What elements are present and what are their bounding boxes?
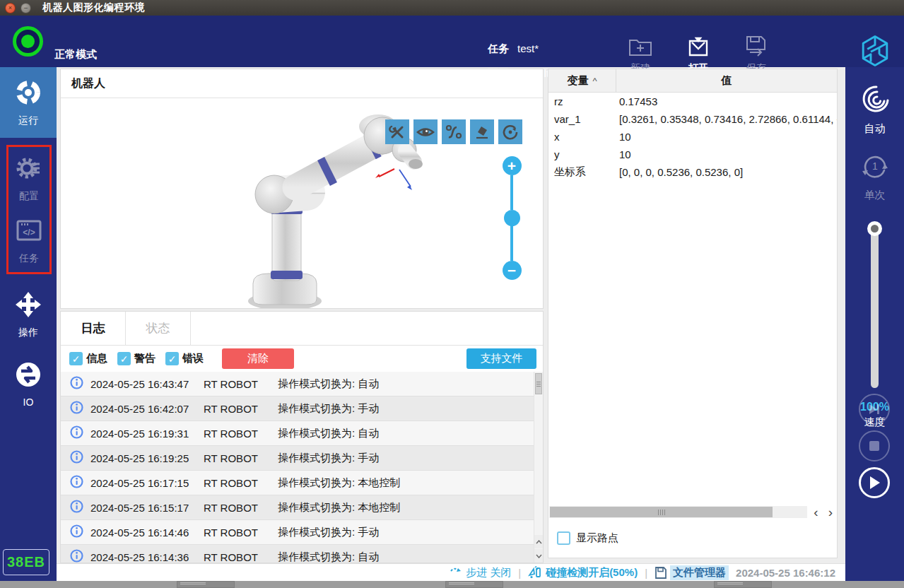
zoom-in-button[interactable]: +: [503, 156, 522, 175]
hscrollbar-thumb[interactable]: [550, 507, 773, 517]
path-icon: [445, 124, 462, 141]
log-row[interactable]: 2024-05-25 16:19:31 RT ROBOT 操作模式切换为: 自动: [61, 421, 543, 446]
zoom-slider-handle[interactable]: [504, 210, 520, 226]
log-row[interactable]: 2024-05-25 16:42:07 RT ROBOT 操作模式切换为: 手动: [61, 396, 543, 421]
taskbar-tile: [445, 581, 503, 588]
slider-handle[interactable]: [867, 221, 882, 236]
column-value[interactable]: 值: [616, 69, 837, 92]
log-source: RT ROBOT: [204, 502, 278, 514]
variable-row[interactable]: y 10: [548, 146, 837, 163]
os-titlebar: × – 机器人图形化编程环境: [0, 0, 904, 16]
variable-row[interactable]: var_1 [0.3261, 0.35348, 0.73416, 2.72866…: [548, 110, 837, 128]
scroll-right-icon[interactable]: ›: [828, 505, 833, 519]
collision-detect-toggle[interactable]: 碰撞检测开启(50%): [528, 566, 638, 580]
log-source: RT ROBOT: [204, 527, 278, 539]
speed-slider[interactable]: [867, 221, 882, 391]
variable-name: 坐标系: [548, 165, 616, 179]
variables-header: 变量 ^ 值: [548, 69, 837, 93]
info-icon: [70, 475, 83, 490]
variable-row[interactable]: 坐标系 [0, 0, 0, 0.5236, 0.5236, 0]: [548, 163, 837, 181]
log-time: 2024-05-25 16:14:46: [90, 527, 204, 539]
zoom-control: + −: [502, 156, 522, 280]
task-value: test*: [517, 36, 539, 61]
app-header: 正常模式 任务 test* 配置 default 新建 打开: [0, 16, 904, 67]
clear-button[interactable]: 清除: [222, 348, 294, 369]
checkbox-checked-icon: ✓: [165, 352, 179, 365]
support-file-button[interactable]: 支持文件: [466, 348, 536, 369]
file-manager-button[interactable]: 文件管理器: [654, 565, 729, 580]
log-message: 操作模式切换为: 自动: [278, 377, 379, 391]
stop-button[interactable]: [859, 430, 890, 461]
log-scrollbar[interactable]: [534, 372, 543, 563]
play-icon: [868, 476, 881, 490]
tools-button[interactable]: [385, 119, 409, 144]
eraser-icon: [474, 124, 491, 141]
log-time: 2024-05-25 16:19:25: [90, 452, 204, 464]
column-variable[interactable]: 变量 ^: [548, 69, 616, 92]
sidebar-item-task[interactable]: </> 任务: [1, 216, 57, 265]
log-row[interactable]: 2024-05-25 16:19:25 RT ROBOT 操作模式切换为: 手动: [61, 446, 543, 471]
slider-track[interactable]: [871, 227, 879, 388]
skip-icon: [867, 403, 881, 416]
variable-value: 10: [616, 131, 837, 143]
close-icon[interactable]: ×: [5, 3, 16, 13]
play-button[interactable]: [859, 467, 890, 498]
status-bar: 步进 关闭 | 碰撞检测开启(50%) | 文件管理器 2024-05-25 1…: [57, 563, 845, 581]
show-waypoints-checkbox[interactable]: 显示路点: [557, 531, 618, 545]
mode-indicator-icon: [13, 26, 43, 57]
zoom-out-button[interactable]: −: [503, 261, 522, 280]
horizontal-scrollbar[interactable]: [549, 506, 807, 518]
stop-icon: [869, 440, 880, 452]
info-icon: [70, 425, 83, 441]
variable-value: [0, 0, 0, 0.5236, 0.5236, 0]: [616, 166, 837, 178]
eraser-button[interactable]: [470, 119, 494, 144]
single-run-button[interactable]: 1 单次: [845, 151, 904, 202]
log-row[interactable]: 2024-05-25 16:15:17 RT ROBOT 操作模式切换为: 本地…: [61, 495, 543, 520]
scroll-up-icon[interactable]: [534, 535, 543, 548]
log-source: RT ROBOT: [204, 452, 278, 464]
tab-log[interactable]: 日志: [61, 312, 126, 345]
variable-row[interactable]: x 10: [548, 128, 837, 146]
separator: |: [645, 567, 647, 579]
path-button[interactable]: [442, 119, 466, 144]
step-forward-button[interactable]: [859, 394, 890, 425]
log-row[interactable]: 2024-05-25 16:14:46 RT ROBOT 操作模式切换为: 手动: [61, 520, 543, 545]
right-sidebar: 自动 1 单次 100% 速度: [845, 67, 904, 581]
auto-mode-button[interactable]: 自动: [845, 83, 904, 136]
window-title: 机器人图形化编程环境: [42, 1, 145, 14]
log-time: 2024-05-25 16:43:47: [90, 378, 204, 390]
variable-value: 0.17453: [616, 95, 837, 107]
filter-checkbox[interactable]: ✓ 错误: [165, 352, 204, 365]
log-row[interactable]: 2024-05-25 16:14:36 RT ROBOT 操作模式切换为: 自动: [61, 545, 543, 563]
rotate-button[interactable]: [498, 119, 522, 144]
scrollbar-thumb[interactable]: [535, 373, 542, 394]
log-row[interactable]: 2024-05-25 16:43:47 RT ROBOT 操作模式切换为: 自动: [61, 372, 543, 396]
app-logo-icon: [858, 34, 892, 71]
sort-ascending-icon: ^: [592, 76, 597, 86]
sidebar-item-operate[interactable]: 操作: [0, 286, 57, 343]
io-transfer-icon: [14, 360, 42, 392]
robot-3d-view[interactable]: + −: [61, 98, 543, 308]
view-button[interactable]: [413, 119, 438, 144]
scroll-left-icon[interactable]: ‹: [814, 505, 818, 519]
sidebar-item-config[interactable]: 配置: [1, 154, 57, 203]
log-row[interactable]: 2024-05-25 16:17:15 RT ROBOT 操作模式切换为: 本地…: [61, 471, 543, 495]
svg-text:</>: </>: [23, 228, 35, 237]
log-time: 2024-05-25 16:15:17: [90, 502, 204, 514]
sidebar-item-io[interactable]: IO: [0, 355, 57, 412]
minimize-icon[interactable]: –: [20, 3, 31, 13]
scroll-down-icon[interactable]: [534, 549, 543, 563]
robot-panel: 机器人: [60, 69, 544, 309]
status-timestamp: 2024-05-25 16:46:12: [736, 567, 835, 579]
tab-status[interactable]: 状态: [126, 312, 191, 345]
variable-row[interactable]: rz 0.17453: [548, 93, 837, 110]
filter-checkbox[interactable]: ✓ 信息: [69, 352, 107, 365]
new-folder-icon: [628, 35, 652, 59]
single-cycle-icon: 1: [859, 151, 891, 184]
sidebar-item-run[interactable]: 运行: [0, 67, 57, 138]
filter-checkbox[interactable]: ✓ 警告: [117, 352, 155, 365]
gear-icon: [15, 154, 43, 185]
info-icon: [70, 450, 83, 466]
code-window-icon: </>: [15, 216, 43, 247]
step-mode-toggle[interactable]: 步进 关闭: [450, 566, 511, 580]
